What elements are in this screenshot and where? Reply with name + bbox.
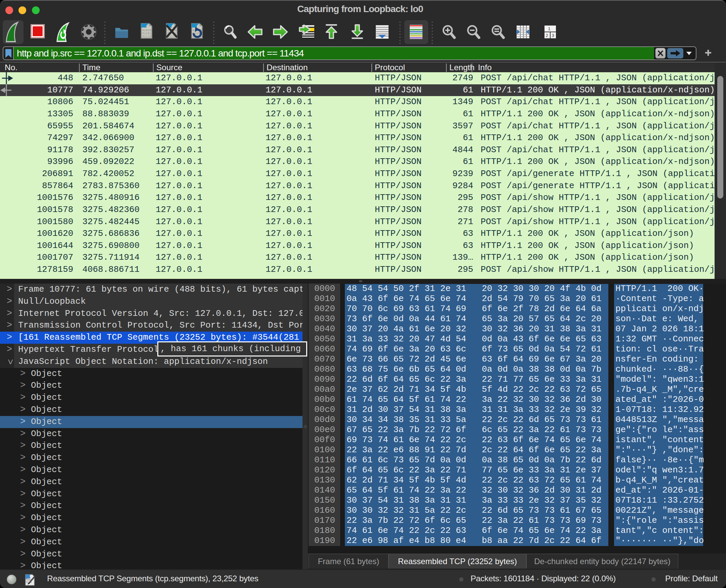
svg-text:3: 3 (552, 33, 554, 38)
svg-text:1: 1 (548, 26, 550, 31)
svg-text:2: 2 (545, 33, 548, 38)
svg-text:01110: 01110 (142, 35, 151, 38)
